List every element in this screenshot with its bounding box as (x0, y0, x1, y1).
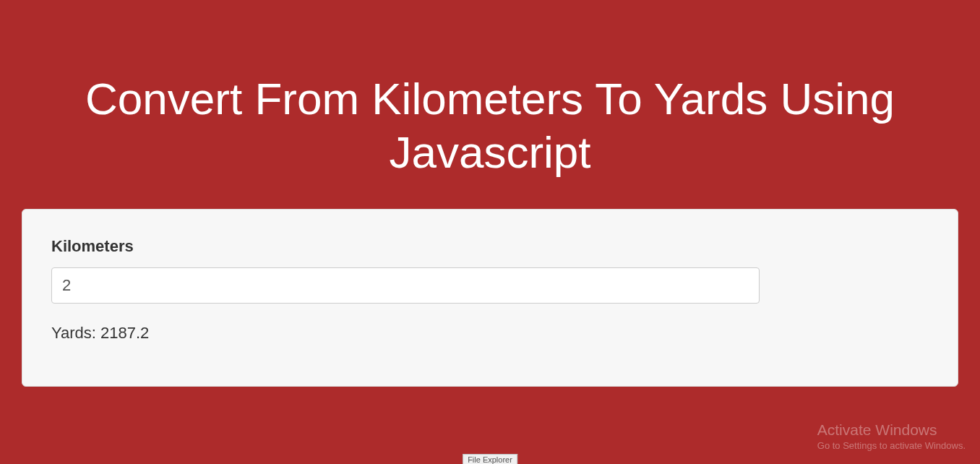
yards-result: Yards: 2187.2 (51, 324, 929, 343)
kilometers-input[interactable] (51, 267, 760, 304)
converter-card: Kilometers Yards: 2187.2 (22, 209, 958, 387)
page-title: Convert From Kilometers To Yards Using J… (22, 0, 958, 202)
watermark-subtitle: Go to Settings to activate Windows. (817, 440, 966, 451)
kilometers-label: Kilometers (51, 237, 929, 256)
taskbar-tooltip: File Explorer (463, 454, 517, 464)
watermark-title: Activate Windows (817, 421, 966, 439)
windows-activation-watermark: Activate Windows Go to Settings to activ… (817, 421, 966, 451)
